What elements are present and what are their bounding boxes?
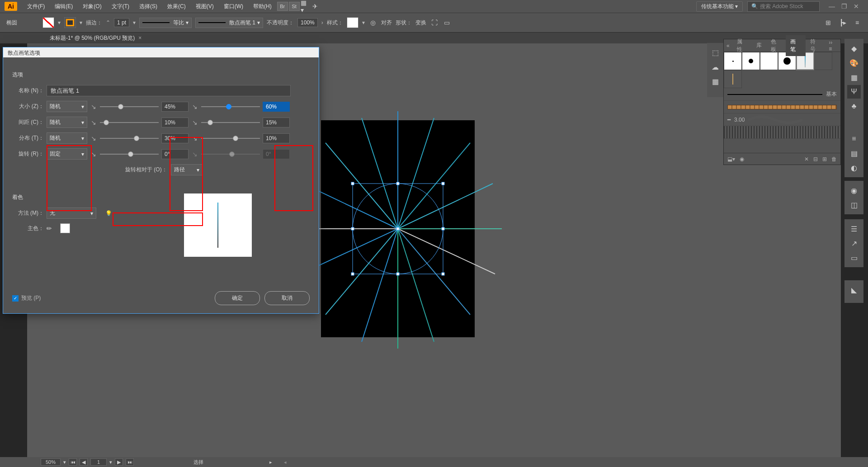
stroke-profile-select[interactable]: 等比 ▾ bbox=[139, 18, 192, 28]
swatches-panel-icon[interactable]: ▦ bbox=[847, 71, 861, 84]
cancel-button[interactable]: 取消 bbox=[264, 291, 310, 305]
preview-checkbox-label[interactable]: 预览 (P) bbox=[21, 294, 41, 302]
artboard[interactable] bbox=[321, 120, 475, 337]
brush-basic-row[interactable]: 基本 bbox=[724, 88, 840, 101]
setup-icon[interactable]: ⊞ bbox=[824, 18, 833, 27]
name-input[interactable] bbox=[47, 85, 291, 96]
tab-brushes[interactable]: 画笔 bbox=[786, 35, 805, 56]
spacing-slider-2[interactable] bbox=[201, 122, 260, 123]
rotation-slider-1[interactable] bbox=[100, 154, 159, 155]
corner-icon[interactable]: ◣ bbox=[847, 283, 861, 297]
brush-preset[interactable] bbox=[724, 70, 742, 88]
link-icon[interactable]: ↘ bbox=[91, 103, 96, 110]
transform-label[interactable]: 变换 bbox=[415, 19, 426, 27]
clip-icon[interactable]: ▭ bbox=[443, 18, 452, 27]
align-label[interactable]: 对齐 bbox=[381, 19, 392, 27]
size-slider-1[interactable] bbox=[100, 106, 159, 107]
next-artboard-button[interactable]: ▶ bbox=[115, 458, 123, 466]
library-icon[interactable]: ⬓▾ bbox=[727, 156, 735, 162]
shape-props-label[interactable]: 形状： bbox=[396, 19, 412, 27]
link-icon[interactable]: ↘ bbox=[91, 151, 96, 158]
brush-select[interactable]: 散点画笔 1 ▾ bbox=[195, 18, 263, 28]
tip-icon[interactable]: 💡 bbox=[105, 210, 112, 217]
link-icon[interactable]: ↘ bbox=[91, 119, 96, 126]
gpu-icon[interactable]: ✈ bbox=[311, 2, 320, 11]
link-icon[interactable]: ↘ bbox=[192, 103, 198, 110]
stroke-weight-field[interactable]: 1 pt bbox=[114, 18, 129, 27]
stroke-swatch[interactable] bbox=[64, 17, 76, 28]
method-select[interactable]: 无▾ bbox=[47, 208, 96, 219]
appearance-panel-icon[interactable]: ◉ bbox=[847, 184, 861, 197]
style-swatch[interactable] bbox=[347, 17, 359, 28]
scatter-mode-select[interactable]: 随机▾ bbox=[47, 132, 87, 144]
recolor-icon[interactable]: ◎ bbox=[368, 18, 377, 27]
rotation-mode-select[interactable]: 固定▾ bbox=[47, 148, 87, 160]
spacing-mode-select[interactable]: 随机▾ bbox=[47, 117, 87, 128]
brush-art-row[interactable] bbox=[724, 101, 840, 113]
layers-panel-icon[interactable]: ☰ bbox=[847, 222, 861, 236]
panel-collapse-icon[interactable]: « bbox=[724, 42, 732, 49]
minimize-icon[interactable]: — bbox=[829, 3, 835, 10]
panel-expand-icon[interactable]: ›› ≡ bbox=[825, 39, 840, 52]
stroke-panel-icon[interactable]: ≡ bbox=[847, 132, 861, 146]
chevron-down-icon[interactable]: ▾ bbox=[133, 19, 136, 26]
maximize-icon[interactable]: ❐ bbox=[841, 3, 847, 10]
chevron-down-icon[interactable]: ▾ bbox=[80, 19, 82, 26]
scatter-slider-2[interactable] bbox=[201, 138, 260, 139]
asset-export-icon[interactable]: ↗ bbox=[847, 236, 861, 250]
last-artboard-button[interactable]: ⏭ bbox=[126, 458, 134, 466]
brush-chalk-row[interactable] bbox=[724, 126, 840, 139]
chevron-right-icon[interactable]: › bbox=[321, 19, 323, 26]
close-icon[interactable]: ✕ bbox=[854, 3, 859, 10]
menu-type[interactable]: 文字(T) bbox=[107, 1, 134, 12]
brush-calligraphic-row[interactable]: ━ 3.00 bbox=[724, 113, 840, 126]
chevron-down-icon[interactable]: ▾ bbox=[362, 19, 365, 26]
cc-libraries-icon[interactable]: ◆ bbox=[847, 42, 861, 55]
artboards-panel-icon[interactable]: ▭ bbox=[847, 251, 861, 264]
stroke-stepper-up[interactable]: ⌃ bbox=[106, 19, 110, 26]
menu-edit[interactable]: 编辑(E) bbox=[50, 1, 77, 12]
link-icon[interactable]: ↘ bbox=[91, 135, 96, 142]
status-chevron-icon[interactable]: ▸ bbox=[269, 459, 272, 465]
eyedropper-icon[interactable]: ✎ bbox=[45, 224, 54, 233]
first-artboard-button[interactable]: ⏮ bbox=[69, 458, 77, 466]
gradient-panel-icon[interactable]: ▤ bbox=[847, 146, 861, 160]
bridge-icon[interactable]: Br bbox=[277, 2, 288, 11]
link-icon[interactable]: ↘ bbox=[192, 151, 198, 158]
symbols-panel-icon[interactable]: ♣ bbox=[847, 99, 861, 113]
isolate-icon[interactable]: ⛶ bbox=[430, 18, 439, 27]
tab-properties[interactable]: 属性 bbox=[732, 35, 752, 56]
preview-checkbox[interactable]: ✓ bbox=[12, 295, 19, 302]
size-slider-2[interactable] bbox=[201, 106, 260, 107]
chevron-down-icon[interactable]: ▾ bbox=[109, 459, 112, 465]
scatter-value-2[interactable]: 10% bbox=[263, 133, 290, 143]
stock-icon[interactable]: St bbox=[289, 2, 300, 11]
cloud-icon[interactable]: ☁ bbox=[708, 60, 722, 74]
tab-symbols[interactable]: 符号 bbox=[806, 35, 825, 56]
search-input[interactable]: 🔍搜索 Adobe Stock bbox=[747, 1, 820, 12]
ok-button[interactable]: 确定 bbox=[215, 291, 260, 305]
spacing-value-1[interactable]: 10% bbox=[161, 118, 189, 127]
size-mode-select[interactable]: 随机▾ bbox=[47, 101, 87, 112]
document-tab[interactable]: 未标题-1* @ 50% (RGB/GPU 预览) × bbox=[45, 33, 146, 44]
opacity-field[interactable]: 100% bbox=[297, 18, 318, 27]
tab-swatches[interactable]: 色板 bbox=[766, 35, 786, 56]
menu-effect[interactable]: 效果(C) bbox=[163, 1, 190, 12]
key-color-swatch[interactable] bbox=[60, 223, 70, 233]
prev-artboard-button[interactable]: ◀ bbox=[80, 458, 88, 466]
chevron-down-icon[interactable]: ▾ bbox=[63, 459, 66, 465]
new-brush-icon[interactable]: ⊞ bbox=[822, 156, 827, 162]
arrange-docs-icon[interactable]: ▦ ▾ bbox=[301, 2, 310, 11]
color-panel-icon[interactable]: 🎨 bbox=[847, 56, 861, 70]
rotation-relative-select[interactable]: 路径▾ bbox=[171, 164, 203, 175]
options-icon[interactable]: ⊟ bbox=[813, 156, 818, 162]
delete-brush-icon[interactable]: 🗑 bbox=[831, 156, 837, 162]
menu-help[interactable]: 帮助(H) bbox=[249, 1, 276, 12]
spacing-slider-1[interactable] bbox=[100, 122, 159, 123]
remove-stroke-icon[interactable]: ✕ bbox=[804, 156, 809, 162]
spacing-value-2[interactable]: 15% bbox=[263, 118, 290, 127]
workspace-switcher[interactable]: 传统基本功能 ▾ bbox=[696, 1, 743, 12]
scatter-slider-1[interactable] bbox=[100, 138, 159, 139]
menu-view[interactable]: 视图(V) bbox=[191, 1, 218, 12]
size-value-1[interactable]: 45% bbox=[161, 102, 189, 112]
